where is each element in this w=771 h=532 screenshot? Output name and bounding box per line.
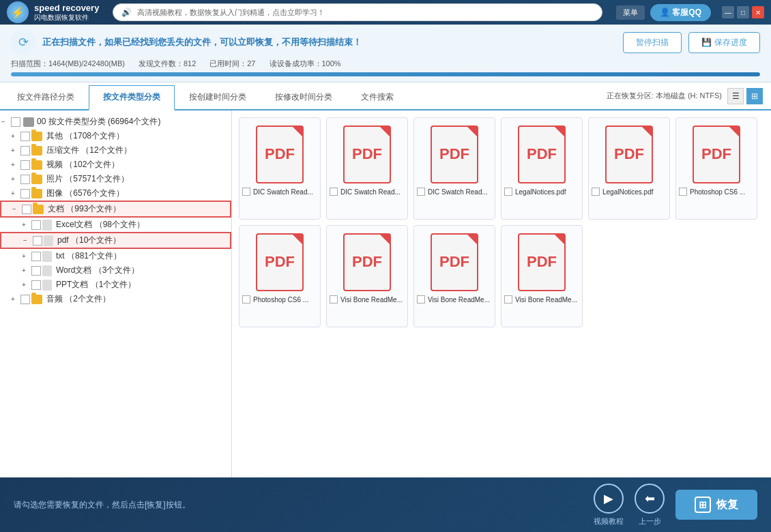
file-checkbox[interactable] (592, 188, 600, 196)
tree-item-label: Word文档 （3个文件） (56, 265, 229, 276)
pdf-thumbnail: PDF (252, 123, 307, 185)
list-item[interactable]: PDF LegalNotices.pdf (588, 117, 670, 220)
tab-path[interactable]: 按文件路径分类 (3, 85, 89, 109)
file-name: Photoshop CS6 ... (253, 296, 317, 304)
tree-item-pdf[interactable]: − pdf （10个文件） (0, 232, 231, 249)
grid-view-button[interactable]: ⊞ (746, 88, 763, 104)
tree-checkbox[interactable] (20, 189, 30, 198)
scan-info: 扫描范围：1464(MB)/242480(MB) 发现文件数：812 已用时间：… (11, 59, 760, 69)
save-progress-button[interactable]: 💾 保存进度 (688, 32, 760, 53)
video-label: 视频教程 (594, 516, 624, 527)
expand-icon: + (22, 252, 30, 260)
tree-item-word[interactable]: + Word文档 （3个文件） (0, 263, 231, 278)
pdf-thumbnail: PDF (427, 123, 482, 185)
tree-checkbox[interactable] (20, 146, 30, 156)
file-checkbox[interactable] (417, 188, 425, 196)
search-bar[interactable]: 🔊 高清视频教程，数据恢复从入门到精通，点击立即学习！ (113, 3, 602, 21)
file-checkbox[interactable] (242, 188, 250, 196)
tree-checkbox[interactable] (31, 280, 41, 290)
tree-checkbox[interactable] (20, 175, 30, 184)
tab-modified[interactable]: 按修改时间分类 (261, 85, 347, 109)
tree-item-photos[interactable]: + 照片 （57571个文件） (0, 172, 231, 186)
tree-item-compressed[interactable]: + 压缩文件 （12个文件） (0, 143, 231, 158)
tree-checkbox[interactable] (31, 266, 41, 276)
recover-button[interactable]: ⊞ 恢复 (675, 490, 757, 520)
service-button[interactable]: 👤 客服QQ (650, 4, 711, 21)
tree-item-label: 视频 （102个文件） (46, 159, 229, 171)
play-icon: ▶ (594, 484, 624, 514)
list-item[interactable]: PDF Visi Bone ReadMe... (326, 225, 408, 327)
app-window: ⚡ speed recovery 闪电数据恢复软件 🔊 高清视频教程，数据恢复从… (0, 0, 771, 532)
tree-checkbox[interactable] (33, 236, 42, 246)
tree-checkbox[interactable] (22, 205, 31, 214)
file-checkbox[interactable] (330, 188, 338, 196)
folder-icon (31, 132, 42, 141)
recover-icon: ⊞ (695, 497, 711, 513)
folder-icon (33, 205, 44, 214)
pdf-thumbnail: PDF (427, 231, 482, 293)
video-tutorial-button[interactable]: ▶ 视频教程 (594, 484, 624, 527)
tab-type[interactable]: 按文件类型分类 (89, 85, 175, 110)
tree-checkbox[interactable] (20, 295, 30, 304)
file-name: DIC Swatch Read... (253, 188, 317, 196)
pdf-thumbnail: PDF (340, 123, 394, 185)
tree-item-label: txt （881个文件） (56, 250, 229, 262)
file-checkbox[interactable] (504, 295, 512, 304)
list-item[interactable]: PDF Visi Bone ReadMe... (501, 225, 583, 327)
tab-created[interactable]: 按创建时间分类 (175, 85, 261, 109)
tree-checkbox[interactable] (31, 252, 41, 261)
folder-icon (31, 189, 42, 198)
folder-icon (31, 160, 42, 170)
tree-item-docs[interactable]: − 文档 （993个文件） (0, 201, 231, 218)
file-checkbox[interactable] (417, 295, 425, 304)
search-bar-text: 高清视频教程，数据恢复从入门到精通，点击立即学习！ (137, 8, 594, 18)
file-icon (42, 265, 52, 276)
file-name: DIC Swatch Read... (340, 188, 405, 196)
list-item[interactable]: PDF Photoshop CS6 ... (675, 117, 757, 220)
view-toggle: ☰ ⊞ (727, 88, 763, 104)
expand-icon: − (12, 205, 20, 213)
list-item[interactable]: PDF Visi Bone ReadMe... (413, 225, 495, 327)
minimize-button[interactable]: — (722, 6, 734, 18)
list-view-button[interactable]: ☰ (727, 88, 744, 104)
tree-item-excel[interactable]: + Excel文档 （98个文件） (0, 218, 231, 232)
tree-item-root[interactable]: − 00 按文件类型分类 (66964个文件) (0, 115, 231, 129)
tree-item-label: 音频 （2个文件） (46, 293, 229, 305)
pdf-logo: PDF (527, 253, 557, 271)
close-button[interactable]: ✕ (752, 6, 764, 18)
tree-checkbox[interactable] (31, 220, 41, 230)
pdf-logo: PDF (352, 145, 382, 163)
list-item[interactable]: PDF Photoshop CS6 ... (239, 225, 321, 327)
pause-scan-button[interactable]: 暂停扫描 (623, 32, 682, 53)
file-checkbox[interactable] (504, 188, 512, 196)
file-checkbox[interactable] (242, 295, 250, 304)
tree-checkbox[interactable] (20, 160, 30, 170)
list-item[interactable]: PDF DIC Swatch Read... (239, 117, 321, 220)
tree-checkbox[interactable] (11, 117, 20, 127)
tab-right-controls: 正在恢复分区: 本地磁盘 (H: NTFS) ☰ ⊞ (607, 83, 768, 109)
pdf-thumbnail: PDF (689, 123, 744, 185)
tree-checkbox[interactable] (20, 132, 30, 141)
list-item[interactable]: PDF DIC Swatch Read... (413, 117, 495, 220)
tree-item-images[interactable]: + 图像 （6576个文件） (0, 186, 231, 201)
file-grid: PDF DIC Swatch Read... PDF (239, 117, 764, 327)
tree-item-other[interactable]: + 其他 （1708个文件） (0, 129, 231, 143)
expand-icon: + (11, 295, 19, 303)
back-button[interactable]: ⬅ 上一步 (635, 484, 665, 527)
tree-item-video[interactable]: + 视频 （102个文件） (0, 158, 231, 172)
file-checkbox[interactable] (679, 188, 687, 196)
scan-status-text: 正在扫描文件，如果已经找到您丢失的文件，可以立即恢复，不用等待扫描结束！ (42, 36, 616, 48)
maximize-button[interactable]: □ (737, 6, 749, 18)
list-item[interactable]: PDF DIC Swatch Read... (326, 117, 408, 220)
pdf-thumbnail: PDF (514, 231, 569, 293)
tree-item-audio[interactable]: + 音频 （2个文件） (0, 292, 231, 306)
tab-search[interactable]: 文件搜索 (347, 85, 408, 109)
menu-button[interactable]: 菜单 (616, 5, 645, 20)
file-checkbox[interactable] (330, 295, 338, 304)
list-item[interactable]: PDF LegalNotices.pdf (501, 117, 583, 220)
file-icon (44, 235, 53, 246)
tree-item-txt[interactable]: + txt （881个文件） (0, 249, 231, 263)
tree-item-ppt[interactable]: + PPT文档 （1个文件） (0, 278, 231, 292)
lightning-icon: ⚡ (7, 1, 29, 23)
folder-icon (31, 146, 42, 156)
